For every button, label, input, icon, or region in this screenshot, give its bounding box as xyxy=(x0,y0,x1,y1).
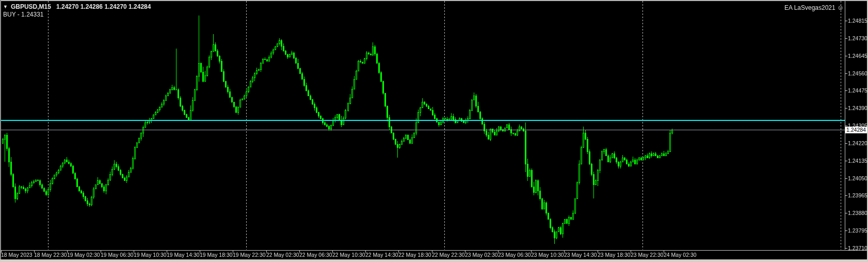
time-label: 19 May 18:30 xyxy=(200,252,233,258)
time-label: 23 May 10:30 xyxy=(531,252,564,258)
time-scale[interactable]: 18 May 202318 May 22:3019 May 02:3019 Ma… xyxy=(0,0,868,262)
ea-title: EA LaSvegas2021☺ xyxy=(784,4,844,11)
time-label: 22 May 10:30 xyxy=(332,252,365,258)
time-label: 19 May 14:30 xyxy=(167,252,200,258)
current-price-badge: 1.24284 xyxy=(845,127,868,133)
window-frame-bottom xyxy=(0,259,868,262)
time-label: 19 May 22:30 xyxy=(233,252,266,258)
ea-name-label: EA LaSvegas2021 xyxy=(784,4,835,11)
time-label: 18 May 2023 xyxy=(1,252,33,258)
ohlc-values: 1.24270 1.24286 1.24270 1.24284 xyxy=(56,3,151,10)
time-label: 22 May 18:30 xyxy=(398,252,431,258)
window-frame-left xyxy=(0,0,1,262)
time-label: 23 May 22:30 xyxy=(631,252,664,258)
time-label: 23 May 02:30 xyxy=(465,252,498,258)
position-label: BUY - 1.24331 xyxy=(3,11,44,18)
time-label: 22 May 22:30 xyxy=(432,252,465,258)
time-label: 19 May 06:30 xyxy=(101,252,134,258)
window-frame-top xyxy=(0,0,868,1)
time-label: 22 May 06:30 xyxy=(299,252,332,258)
chart-header: ▼GBPUSD,M151.24270 1.24286 1.24270 1.242… xyxy=(3,3,151,10)
ea-smiley-icon[interactable]: ☺ xyxy=(837,4,844,11)
mt4-chart-window: ▼GBPUSD,M151.24270 1.24286 1.24270 1.242… xyxy=(0,0,868,262)
time-label: 24 May 02:30 xyxy=(664,252,697,258)
symbol-period-label: GBPUSD,M15 xyxy=(11,3,51,10)
time-label: 18 May 22:30 xyxy=(34,252,67,258)
time-label: 22 May 14:30 xyxy=(365,252,398,258)
time-label: 23 May 14:30 xyxy=(564,252,597,258)
time-label: 19 May 02:30 xyxy=(67,252,100,258)
time-label: 23 May 18:30 xyxy=(598,252,631,258)
time-label: 19 May 10:30 xyxy=(134,252,167,258)
symbol-dropdown-icon[interactable]: ▼ xyxy=(3,4,8,9)
time-label: 23 May 06:30 xyxy=(498,252,531,258)
time-label: 22 May 02:30 xyxy=(266,252,299,258)
